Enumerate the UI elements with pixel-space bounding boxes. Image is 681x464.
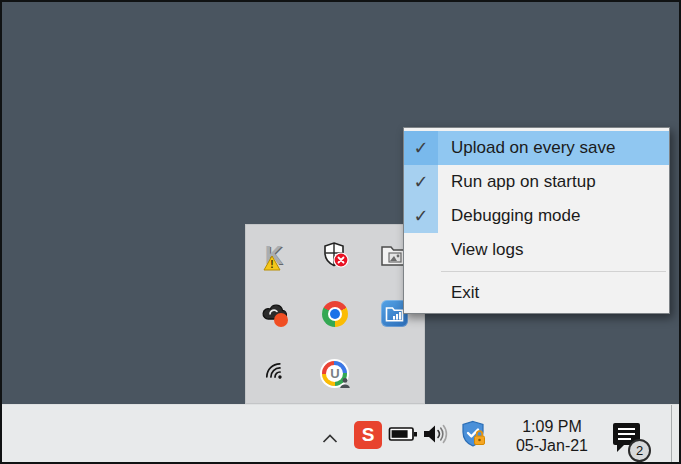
tray-icon-defender[interactable] [305, 225, 364, 284]
menu-item-view-logs[interactable]: View logs [404, 233, 669, 267]
tray-empty-cell [365, 344, 424, 403]
menu-item-label: View logs [438, 240, 523, 260]
chevron-up-icon [317, 426, 343, 452]
check-gutter: ✓ [404, 199, 438, 233]
speaker-icon [421, 422, 451, 446]
menu-item-exit[interactable]: Exit [404, 276, 669, 310]
chrome-icon [322, 301, 348, 327]
wifi-icon [262, 359, 290, 387]
check-gutter: ✓ [404, 131, 438, 165]
checkmark-icon: ✓ [413, 205, 428, 227]
check-gutter [404, 276, 438, 310]
battery-icon [388, 425, 418, 443]
clock-time: 1:09 PM [522, 417, 582, 436]
menu-item-label: Upload on every save [438, 138, 615, 158]
check-gutter [404, 233, 438, 267]
checkmark-icon: ✓ [413, 171, 428, 193]
menu-item-upload-on-every-save[interactable]: ✓ Upload on every save [404, 131, 669, 165]
checkmark-icon: ✓ [413, 137, 428, 159]
app-k-warning-icon: K ! [262, 241, 290, 269]
tray-icon-updater[interactable]: U [305, 344, 364, 403]
defender-alert-icon [321, 241, 349, 269]
menu-item-label: Exit [438, 283, 479, 303]
notification-count-badge[interactable]: 2 [628, 439, 651, 462]
security-tray-button[interactable] [461, 420, 487, 448]
tray-icon-chrome[interactable] [305, 284, 364, 343]
shield-lock-icon [461, 420, 487, 448]
clock[interactable]: 1:09 PM 05-Jan-21 [500, 416, 604, 456]
record-dot [274, 313, 288, 327]
tray-icon-wifi[interactable] [246, 344, 305, 403]
person-icon [339, 377, 351, 389]
taskbar: S 1: [2, 404, 679, 462]
cloud-record-icon [261, 301, 291, 327]
s-app-icon: S [362, 421, 375, 449]
show-hidden-icons-button[interactable] [317, 426, 343, 452]
check-gutter: ✓ [404, 165, 438, 199]
menu-item-debugging-mode[interactable]: ✓ Debugging mode [404, 199, 669, 233]
tray-icon-k-warning[interactable]: K ! [246, 225, 305, 284]
menu-separator [441, 271, 666, 272]
updater-circle-icon: U [322, 361, 347, 386]
tray-icon-cloud-record[interactable] [246, 284, 305, 343]
warning-triangle-icon: ! [263, 255, 281, 271]
show-desktop-button[interactable] [671, 405, 679, 462]
desktop[interactable]: K ! [0, 0, 681, 464]
menu-item-label: Run app on startup [438, 172, 596, 192]
tray-app-context-menu: ✓ Upload on every save ✓ Run app on star… [403, 127, 670, 314]
clock-date: 05-Jan-21 [516, 436, 588, 455]
s-app-tray-button[interactable]: S [354, 421, 382, 449]
battery-button[interactable] [388, 425, 418, 443]
volume-button[interactable] [421, 422, 451, 446]
menu-item-run-app-on-startup[interactable]: ✓ Run app on startup [404, 165, 669, 199]
svg-text:!: ! [270, 259, 273, 270]
tray-overflow-popup: K ! [245, 224, 425, 404]
menu-item-label: Debugging mode [438, 206, 580, 226]
